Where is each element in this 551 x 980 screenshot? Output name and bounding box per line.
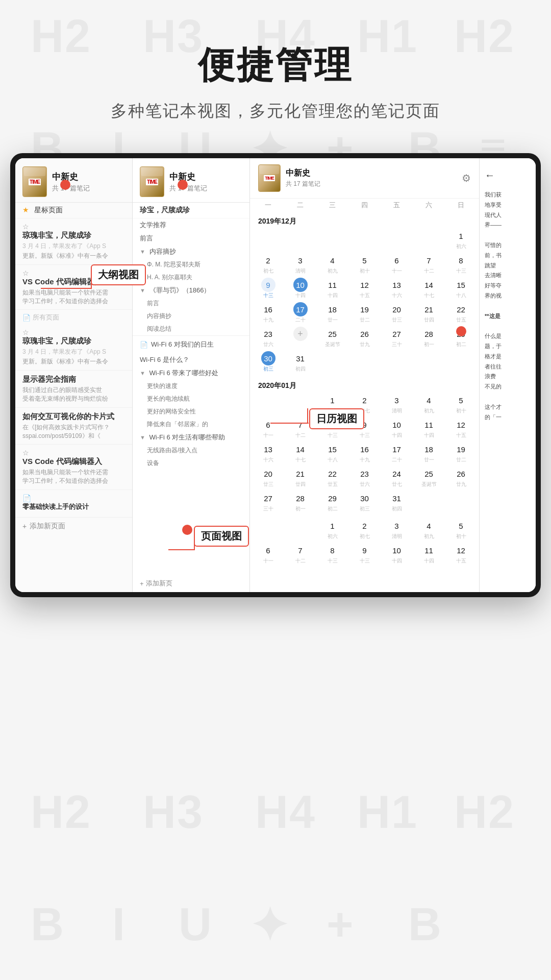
cal-day-dec-14[interactable]: 14十七 xyxy=(413,276,445,301)
screenshot-area: TIME 中新史 共 17 篇笔记 ★ 星标页面 xyxy=(10,153,541,597)
cal-day-dec-7[interactable]: 7十二 xyxy=(413,252,445,276)
jan-day-15[interactable]: 15十八 xyxy=(316,440,348,465)
cal-day-dec-30[interactable]: 30初三 xyxy=(252,350,284,374)
extra-day-5[interactable]: 5初十 xyxy=(445,517,477,542)
extra-day-3[interactable]: 3清明 xyxy=(381,517,413,542)
notebook-name: 中新史 xyxy=(52,171,90,183)
outline-item-1: 文学推荐 xyxy=(133,218,249,232)
extra-day-6[interactable]: 6十一 xyxy=(252,542,284,566)
cal-day-dec-11[interactable]: 11十四 xyxy=(316,276,348,301)
star-label: 星标页面 xyxy=(34,206,63,214)
extra-day-4[interactable]: 4初九 xyxy=(413,517,445,542)
cal-day-dec-31[interactable]: 31初四 xyxy=(284,350,316,374)
jan-day-27[interactable]: 27三十 xyxy=(252,489,284,514)
calendar-month-dec: 2019年12月 xyxy=(250,214,479,227)
extra-day-8[interactable]: 8十三 xyxy=(316,542,348,566)
cal-day-dec-28[interactable]: 28初一 xyxy=(413,325,445,350)
panel-reading-view: ← 我们获 地享受 现代人 界—— 可惜的 前，书 跳望 去清晰 好等夺 界的视 xyxy=(480,158,536,592)
settings-icon[interactable]: ⚙ xyxy=(462,172,471,184)
file-icon-outline: 📄 xyxy=(140,341,148,349)
extra-empty-1 xyxy=(252,517,284,542)
jan-day-23[interactable]: 23廿六 xyxy=(348,465,381,489)
cal-day-dec-1[interactable]: 1初六 xyxy=(445,227,477,252)
jan-day-24[interactable]: 24廿七 xyxy=(381,465,413,489)
list-item-1: ☆ 琼瑰非宝，尺牍成珍 3 月 4 日，苹果发布了《App S 更新。新版《标准… xyxy=(15,218,132,265)
cal-day-dec-16[interactable]: 16十九 xyxy=(252,301,284,325)
cal-day-dec-20[interactable]: 20廿三 xyxy=(381,301,413,325)
add-page-button-2[interactable]: + 添加新页 xyxy=(133,575,249,592)
ipad-screen: TIME 中新史 共 17 篇笔记 ★ 星标页面 xyxy=(15,158,536,592)
list-item-title-6: VS Code 代码编辑器入 xyxy=(22,457,125,467)
jan-day-3[interactable]: 3清明 xyxy=(381,391,413,416)
jan-day-19[interactable]: 19廿二 xyxy=(445,440,477,465)
extra-day-9[interactable]: 9十三 xyxy=(348,542,381,566)
outline-wifi-3: ▼ Wi-Fi 6 对生活有哪些帮助 xyxy=(133,431,249,444)
star-section: ★ 星标页面 xyxy=(15,203,132,218)
jan-day-6[interactable]: 6十一 xyxy=(252,416,284,440)
cal-day-dec-17[interactable]: 17二十 xyxy=(284,301,316,325)
cal-day-dec-27[interactable]: 27三十 xyxy=(381,325,413,350)
cal-day-dec-26[interactable]: 26廿九 xyxy=(348,325,381,350)
list-item-6: ☆ VS Code 代码编辑器入 如果当电脑只能装一个软件还需 学习工作时，不知… xyxy=(15,445,132,490)
page-icon-6: ☆ xyxy=(22,449,29,457)
jan-day-28[interactable]: 28初一 xyxy=(284,489,316,514)
annotation-page-view: 页面视图 xyxy=(194,526,249,547)
cal-day-dec-6[interactable]: 6十一 xyxy=(381,252,413,276)
extra-day-2[interactable]: 2初七 xyxy=(348,517,381,542)
cal-day-dec-22[interactable]: 22廿五 xyxy=(445,301,477,325)
cal-day-dec-5[interactable]: 5初十 xyxy=(348,252,381,276)
jan-day-26[interactable]: 26廿九 xyxy=(445,465,477,489)
cal-day-dec-10[interactable]: 10十四 xyxy=(284,276,316,301)
cal-day-dec-8[interactable]: 8十三 xyxy=(445,252,477,276)
list-item-title-5: 如何交互可视化你的卡片式 xyxy=(22,412,125,422)
jan-day-30[interactable]: 30初三 xyxy=(348,489,381,514)
cal-day-dec-3[interactable]: 3清明 xyxy=(284,252,316,276)
cal-day-dec-4[interactable]: 4初九 xyxy=(316,252,348,276)
jan-day-10[interactable]: 10十四 xyxy=(381,416,413,440)
extra-day-1[interactable]: 1初六 xyxy=(316,517,348,542)
extra-day-7[interactable]: 7十二 xyxy=(284,542,316,566)
extra-day-11[interactable]: 11十四 xyxy=(413,542,445,566)
extra-day-10[interactable]: 10十四 xyxy=(381,542,413,566)
jan-day-29[interactable]: 29初二 xyxy=(316,489,348,514)
jan-day-17[interactable]: 17二十 xyxy=(381,440,413,465)
notebook-count-2: 共 17 篇笔记 xyxy=(169,184,207,193)
jan-day-11[interactable]: 11十四 xyxy=(413,416,445,440)
time-logo: TIME xyxy=(29,179,41,185)
jan-day-25[interactable]: 25圣诞节 xyxy=(413,465,445,489)
jan-day-21[interactable]: 21廿四 xyxy=(284,465,316,489)
jan-day-14[interactable]: 14十七 xyxy=(284,440,316,465)
cal-day-dec-18[interactable]: 18廿一 xyxy=(316,301,348,325)
cal-day-dec-21[interactable]: 21廿四 xyxy=(413,301,445,325)
add-page-button-1[interactable]: + 添加新页面 xyxy=(15,518,132,535)
annotation-line-cal xyxy=(307,408,308,424)
back-button[interactable]: ← xyxy=(485,166,531,184)
jan-day-31[interactable]: 31初四 xyxy=(381,489,413,514)
jan-day-5[interactable]: 5初十 xyxy=(445,391,477,416)
cal-day-dec-23[interactable]: 23廿六 xyxy=(252,325,284,350)
notebook-name-2: 中新史 xyxy=(169,171,207,183)
cal-day-dec-15[interactable]: 15十八 xyxy=(445,276,477,301)
red-dot-cal xyxy=(456,326,466,336)
jan-day-18[interactable]: 18廿一 xyxy=(413,440,445,465)
cal-day-dec-12[interactable]: 12十五 xyxy=(348,276,381,301)
jan-day-16[interactable]: 16十九 xyxy=(348,440,381,465)
cal-day-dec-29[interactable]: 29初二 xyxy=(445,325,477,350)
outline-file-item: 📄 Wi-Fi 6 对我们的日生 xyxy=(133,336,249,353)
page-icon-1: ☆ xyxy=(22,223,29,231)
jan-day-22[interactable]: 22廿五 xyxy=(316,465,348,489)
jan-empty-1 xyxy=(252,391,284,416)
cal-day-dec-13[interactable]: 13十六 xyxy=(381,276,413,301)
cal-day-dec-19[interactable]: 19廿二 xyxy=(348,301,381,325)
jan-day-20[interactable]: 20廿三 xyxy=(252,465,284,489)
jan-day-13[interactable]: 13十六 xyxy=(252,440,284,465)
outline-cover-item: 珍宝，尺牍成珍 xyxy=(133,203,249,218)
cal-day-dec-24-plus[interactable]: + xyxy=(284,325,316,350)
plus-icon-1: + xyxy=(22,522,27,530)
cal-day-dec-2[interactable]: 2初七 xyxy=(252,252,284,276)
jan-day-12[interactable]: 12十五 xyxy=(445,416,477,440)
extra-day-12[interactable]: 12十五 xyxy=(445,542,477,566)
jan-day-4[interactable]: 4初九 xyxy=(413,391,445,416)
cal-day-dec-25[interactable]: 25圣诞节 xyxy=(316,325,348,350)
cal-day-dec-9[interactable]: 9十三 xyxy=(252,276,284,301)
